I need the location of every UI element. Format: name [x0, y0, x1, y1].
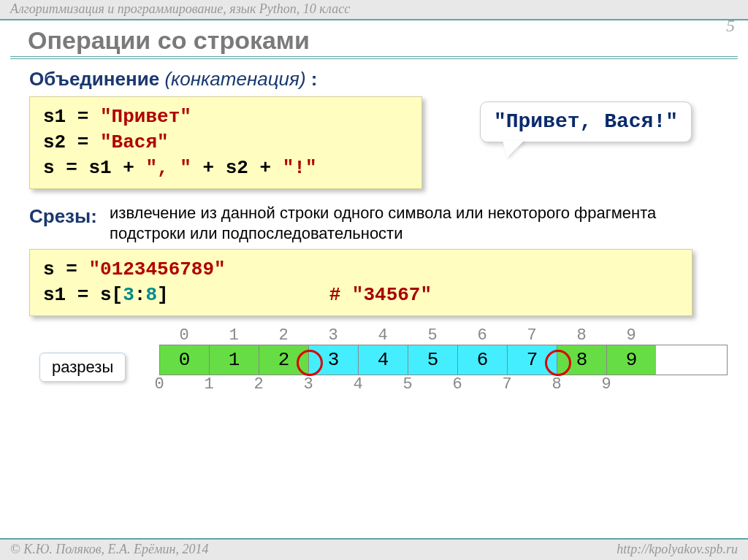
section-concat-heading: Объединение (конкатенация) : — [29, 68, 728, 91]
slice-diagram: 0123456789 0 1 2 3 4 5 6 7 8 9 012345678… — [29, 326, 728, 394]
index-row-top: 0123456789 — [159, 326, 728, 345]
slide-footer: © К.Ю. Поляков, Е.А. Ерёмин, 2014 http:/… — [0, 538, 748, 560]
slide-header: Алгоритмизация и программирование, язык … — [0, 0, 748, 20]
code-slices: s = "0123456789" s1 = s[3:8]# "34567" — [29, 249, 692, 316]
slices-description: извлечение из данной строки одного симво… — [110, 203, 728, 243]
footer-right: http://kpolyakov.spb.ru — [617, 540, 738, 560]
section-slices-heading: Срезы: — [29, 205, 97, 228]
slide-title: Операции со строками — [28, 26, 738, 55]
code-concat: s1 = "Привет" s2 = "Вася" s = s1 + ", " … — [29, 96, 422, 189]
callout-result: "Привет, Вася!" — [480, 101, 692, 142]
cell-row: 0 1 2 3 4 5 6 7 8 9 — [159, 345, 728, 375]
cut-label: разрезы — [39, 353, 126, 382]
index-row-bottom: 0123456789 — [134, 375, 728, 394]
footer-left: © К.Ю. Поляков, Е.А. Ерёмин, 2014 — [10, 540, 208, 560]
page-number: 5 — [726, 16, 735, 36]
